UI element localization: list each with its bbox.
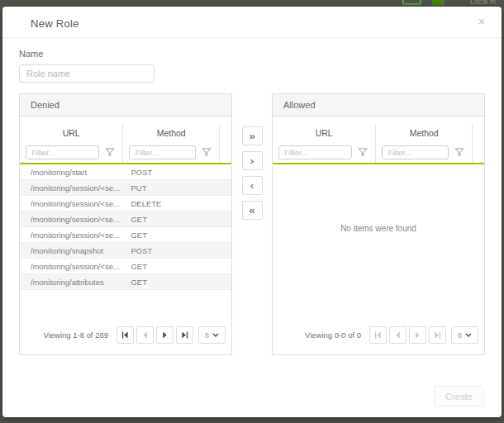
filter-funnel-icon[interactable] bbox=[202, 148, 212, 156]
page-size-select[interactable]: 8 bbox=[451, 326, 478, 344]
move-right-button[interactable]: › bbox=[242, 151, 263, 170]
transfer-panels: Denied URL Method bbox=[19, 93, 485, 355]
next-page-icon bbox=[414, 331, 421, 339]
chevron-down-icon bbox=[465, 333, 472, 337]
allowed-method-filter-input[interactable] bbox=[382, 145, 448, 159]
first-page-icon bbox=[121, 331, 129, 339]
denied-filter-row bbox=[20, 141, 231, 163]
last-page-icon bbox=[434, 331, 441, 339]
dimmed-background: Local m bbox=[0, 0, 504, 7]
denied-method-filter-input[interactable] bbox=[129, 145, 195, 159]
denied-table-header: URL Method bbox=[20, 124, 231, 141]
table-row[interactable]: /monitoring/session/<se...DELETE bbox=[20, 196, 231, 212]
background-outlined-button bbox=[402, 0, 421, 5]
allowed-panel-title: Allowed bbox=[273, 94, 484, 116]
last-page-icon bbox=[181, 331, 188, 339]
table-row[interactable]: /monitoring/snapshotPOST bbox=[20, 243, 231, 259]
move-left-button[interactable]: ‹ bbox=[242, 176, 263, 195]
denied-panel-title: Denied bbox=[20, 94, 231, 116]
empty-message: No items were found bbox=[273, 224, 484, 233]
dialog-header: New Role × bbox=[2, 7, 502, 38]
prev-page-button[interactable] bbox=[136, 326, 154, 344]
allowed-pagination: Viewing 0-0 of 0 8 bbox=[273, 326, 484, 354]
column-header-url: URL bbox=[273, 124, 376, 141]
create-button[interactable]: Create bbox=[434, 386, 484, 406]
filter-funnel-icon[interactable] bbox=[358, 148, 368, 156]
chevron-down-icon bbox=[212, 333, 219, 337]
table-row[interactable]: /monitoring/session/<se...PUT bbox=[20, 180, 231, 196]
dialog-title: New Role bbox=[31, 17, 79, 30]
close-icon[interactable]: × bbox=[478, 16, 485, 27]
column-header-method: Method bbox=[123, 124, 219, 141]
next-page-button[interactable] bbox=[156, 326, 174, 344]
first-page-button[interactable] bbox=[116, 326, 134, 344]
denied-panel: Denied URL Method bbox=[19, 93, 232, 355]
new-role-dialog: New Role × Name Denied URL Method bbox=[2, 7, 502, 417]
first-page-icon bbox=[374, 331, 382, 339]
filter-funnel-icon[interactable] bbox=[454, 148, 464, 156]
denied-pagination: Viewing 1-8 of 269 8 bbox=[20, 326, 231, 354]
transfer-buttons: » › ‹ « bbox=[232, 93, 272, 355]
allowed-table-header: URL Method bbox=[273, 124, 484, 141]
table-row[interactable]: /monitoring/session/<se...GET bbox=[20, 212, 231, 227]
role-name-input[interactable] bbox=[19, 64, 155, 83]
name-label: Name bbox=[19, 49, 485, 59]
prev-page-icon bbox=[141, 331, 149, 339]
next-page-icon bbox=[161, 331, 169, 339]
denied-url-filter-input[interactable] bbox=[26, 145, 99, 159]
move-all-left-button[interactable]: « bbox=[242, 201, 263, 220]
table-row[interactable]: /monitoring/session/<se...GET bbox=[20, 227, 231, 243]
allowed-panel: Allowed URL Method bbox=[272, 93, 485, 355]
last-page-button[interactable] bbox=[176, 326, 193, 344]
next-page-button[interactable] bbox=[409, 326, 426, 344]
prev-page-button[interactable] bbox=[389, 326, 407, 344]
column-header-url: URL bbox=[20, 124, 123, 141]
allowed-filter-row bbox=[273, 141, 484, 163]
move-all-right-button[interactable]: » bbox=[242, 126, 263, 145]
page-size-select[interactable]: 8 bbox=[198, 326, 226, 344]
allowed-url-filter-input[interactable] bbox=[278, 145, 352, 159]
viewing-status: Viewing 0-0 of 0 bbox=[305, 330, 361, 340]
last-page-button[interactable] bbox=[429, 326, 446, 344]
denied-rows: /monitoring/startPOST /monitoring/sessio… bbox=[20, 164, 231, 290]
table-row[interactable]: /monitoring/session/<se...GET bbox=[20, 259, 231, 274]
background-partial-text: Local m bbox=[470, 0, 497, 6]
viewing-status: Viewing 1-8 of 269 bbox=[43, 330, 108, 340]
column-header-method: Method bbox=[376, 124, 472, 141]
dialog-body: Name Denied URL Method bbox=[2, 49, 502, 355]
accent-divider bbox=[273, 163, 484, 164]
table-row[interactable]: /monitoring/attributesGET bbox=[20, 274, 231, 290]
background-green-badge bbox=[432, 0, 445, 6]
first-page-button[interactable] bbox=[369, 326, 387, 344]
table-row[interactable]: /monitoring/startPOST bbox=[20, 164, 231, 180]
filter-funnel-icon[interactable] bbox=[105, 148, 115, 156]
prev-page-icon bbox=[394, 331, 402, 339]
